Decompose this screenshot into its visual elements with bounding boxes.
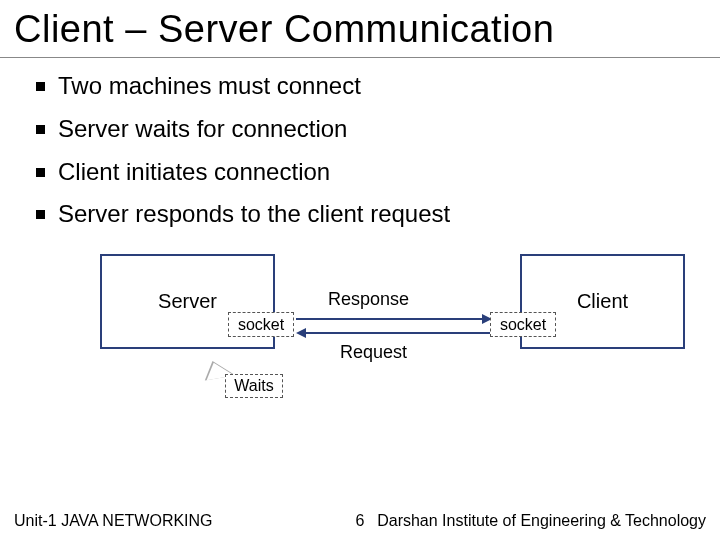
bullet-item: Two machines must connect xyxy=(36,72,700,101)
page-number: 6 xyxy=(356,512,365,530)
diagram: Server Client socket socket Response Req… xyxy=(0,244,720,444)
waits-callout: Waits xyxy=(225,374,283,398)
footer-right: Darshan Institute of Engineering & Techn… xyxy=(377,512,706,530)
footer-left: Unit-1 JAVA NETWORKING xyxy=(14,512,213,530)
bullet-item: Server waits for connection xyxy=(36,115,700,144)
response-label: Response xyxy=(328,289,409,310)
server-label: Server xyxy=(158,290,217,313)
bullet-item: Client initiates connection xyxy=(36,158,700,187)
bullet-item: Server responds to the client request xyxy=(36,200,700,229)
bullet-list: Two machines must connect Server waits f… xyxy=(0,72,720,229)
response-arrow xyxy=(296,318,484,320)
footer: Unit-1 JAVA NETWORKING 6 Darshan Institu… xyxy=(0,512,720,530)
client-socket: socket xyxy=(490,312,556,337)
request-label: Request xyxy=(340,342,407,363)
request-arrow xyxy=(306,332,494,334)
client-label: Client xyxy=(577,290,628,313)
slide-title: Client – Server Communication xyxy=(0,0,720,58)
arrow-head-icon xyxy=(296,328,306,338)
server-socket: socket xyxy=(228,312,294,337)
